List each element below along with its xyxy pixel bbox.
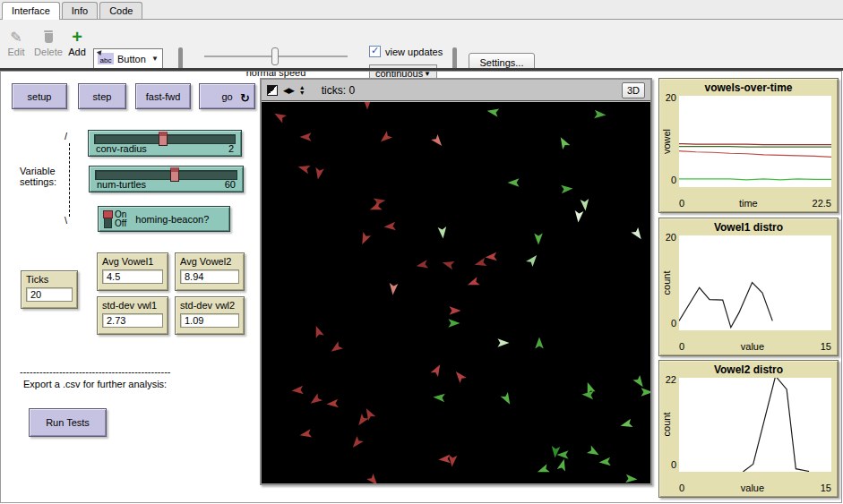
step-button[interactable]: step — [78, 83, 126, 109]
x-axis-max-tick: 15 — [821, 341, 831, 354]
add-button[interactable]: + Add — [65, 27, 90, 57]
abc-widget-icon: abc — [98, 53, 114, 64]
std-dev-vwl1-monitor: std-dev vwl1 2.73 — [97, 296, 168, 335]
fast-fwd-button[interactable]: fast-fwd — [135, 83, 191, 109]
chevron-down-icon: ▼ — [151, 55, 159, 63]
x-axis-min-tick: 0 — [679, 341, 684, 354]
switch-knob[interactable] — [103, 210, 113, 218]
forever-icon: ↻ — [240, 91, 250, 105]
world-view-header: ◀▶ ▲▼ ticks: 0 3D — [262, 80, 650, 101]
tab-info[interactable]: Info — [62, 2, 98, 19]
slider-name: num-turtles — [97, 179, 146, 190]
x-axis-min-tick: 0 — [679, 483, 684, 495]
delete-label: Delete — [34, 47, 63, 57]
conv-radius-slider[interactable]: conv-radius 2 — [88, 130, 242, 157]
go-button[interactable]: go ↻ — [199, 83, 255, 109]
switch-name: homing-beacon? — [135, 214, 209, 225]
num-turtles-slider[interactable]: num-turtles 60 — [89, 166, 244, 192]
monitor-value: 8.94 — [180, 269, 239, 284]
add-label: Add — [68, 47, 86, 57]
plot-vowel2-distro: Vowel2 distro 22 count 0 0 value 15 — [658, 360, 839, 498]
setup-label: setup — [28, 91, 52, 102]
horizontal-arrows-icon[interactable]: ◀▶ — [283, 86, 294, 95]
run-tests-button[interactable]: Run Tests — [29, 408, 107, 437]
resize-corner-icon[interactable] — [267, 85, 278, 96]
slider-name: conv-radius — [96, 143, 147, 154]
y-axis-max-tick: 22 — [660, 374, 676, 385]
step-label: step — [93, 91, 112, 102]
vertical-arrows-icon[interactable]: ▲▼ — [299, 85, 305, 96]
view-updates-label: view updates — [385, 47, 443, 57]
setup-button[interactable]: setup — [12, 83, 67, 109]
y-axis-max-tick: 20 — [660, 232, 676, 243]
dashed-separator-note: ----------------------------------------… — [20, 366, 192, 377]
view-updates-checkbox[interactable] — [369, 46, 381, 57]
plot-area — [679, 235, 831, 330]
tab-bar: Interface Info Code — [0, 0, 843, 20]
plot-vowels-over-time: vowels-over-time 20 vowel 0 0 time 22.5 — [658, 78, 839, 213]
y-axis-label: count — [661, 270, 672, 295]
fast-fwd-label: fast-fwd — [146, 91, 181, 102]
plot-title: Vowel1 distro — [659, 221, 838, 234]
world-canvas — [262, 102, 650, 483]
plot-area — [679, 96, 831, 187]
view-3d-label: 3D — [627, 85, 640, 96]
turtles-layer — [262, 102, 650, 483]
trash-icon — [44, 27, 53, 47]
plot-title: Vowel2 distro — [659, 363, 838, 376]
brace-line — [69, 143, 70, 217]
switch-on-label: On — [115, 210, 126, 219]
y-axis-label: count — [661, 413, 672, 437]
monitor-label: Avg Vowel1 — [102, 256, 163, 267]
slider-value: 2 — [228, 143, 234, 154]
monitor-label: Ticks — [26, 274, 73, 285]
y-axis-min-tick: 0 — [660, 318, 676, 329]
monitor-value: 2.73 — [102, 313, 163, 328]
toolbar-separator-line — [0, 68, 843, 71]
monitor-label: std-dev vwl1 — [102, 300, 163, 311]
std-dev-vwl2-monitor: std-dev vwl2 1.09 — [175, 296, 245, 335]
x-axis-max-tick: 22.5 — [813, 198, 831, 210]
edit-button[interactable]: ✎ Edit — [4, 27, 29, 57]
y-axis-min-tick: 0 — [660, 459, 676, 470]
edit-label: Edit — [8, 47, 25, 57]
monitor-label: std-dev vwl2 — [180, 300, 239, 311]
brace-bottom: \ — [65, 215, 67, 226]
monitor-value: 1.09 — [180, 313, 239, 328]
x-axis-min-tick: 0 — [679, 198, 684, 210]
avg-vowel1-monitor: Avg Vowel1 4.5 — [97, 252, 168, 291]
widget-type-value: Button — [117, 54, 146, 64]
variable-settings-note: Variable settings: — [20, 166, 73, 187]
plus-icon: + — [72, 29, 82, 45]
switch-off-label: Off — [115, 219, 126, 228]
go-label: go — [221, 91, 232, 102]
speed-slider-thumb[interactable] — [271, 47, 279, 65]
settings-label: Settings... — [480, 57, 524, 68]
ticks-counter: ticks: 0 — [322, 84, 355, 97]
x-axis-label: time — [739, 198, 758, 210]
pencil-icon: ✎ — [10, 29, 22, 46]
plot-area — [679, 378, 831, 472]
tab-code[interactable]: Code — [99, 2, 142, 19]
y-axis-label: vowel — [661, 128, 672, 153]
monitor-label: Avg Vowel2 — [180, 256, 239, 267]
slider-value: 60 — [225, 179, 236, 190]
x-axis-label: value — [741, 483, 764, 495]
x-axis-max-tick: 15 — [821, 483, 831, 495]
plot-title: vowels-over-time — [659, 81, 838, 94]
view-3d-button[interactable]: 3D — [622, 82, 645, 98]
widget-type-chooser[interactable]: abc Button ▼ — [93, 48, 163, 69]
run-tests-label: Run Tests — [46, 417, 90, 428]
brace-top: / — [65, 131, 67, 141]
monitor-value: 20 — [26, 287, 73, 302]
delete-button[interactable]: Delete — [32, 27, 65, 57]
y-axis-min-tick: 0 — [660, 175, 676, 185]
ticks-monitor: Ticks 20 — [21, 270, 78, 309]
plot-vowel1-distro: Vowel1 distro 20 count 0 0 value 15 — [658, 218, 839, 356]
export-note: Export a .csv for further analysis: — [23, 379, 167, 389]
y-axis-max-tick: 20 — [660, 92, 676, 103]
tab-interface[interactable]: Interface — [2, 2, 60, 20]
world-view-widget: ◀▶ ▲▼ ticks: 0 3D — [260, 78, 652, 485]
homing-beacon-switch[interactable]: On Off homing-beacon? — [98, 206, 230, 232]
monitor-value: 4.5 — [102, 269, 163, 284]
